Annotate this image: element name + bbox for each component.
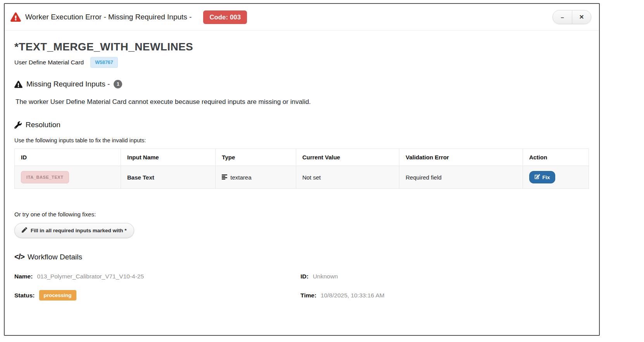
dialog-title: Worker Execution Error - Missing Require… [25,13,192,21]
workflow-time-value: 10/8/2025, 10:33:16 AM [321,292,385,299]
input-type-cell: textarea [222,174,289,181]
input-type-label: textarea [230,174,251,181]
worker-name-title: *TEXT_MERGE_WITH_NEWLINES [14,41,589,53]
invalid-inputs-table: ID Input Name Type Current Value Validat… [14,149,589,189]
missing-inputs-heading-text: Missing Required Inputs - [26,80,110,88]
missing-inputs-count-badge: 1 [114,80,122,88]
column-header-action: Action [523,149,589,166]
column-header-input-name: Input Name [121,149,215,166]
workflow-id-label: ID: [300,273,309,280]
table-row: ITA_BASE_TEXT Base Text textarea Not set… [15,166,589,189]
minimize-icon: – [561,14,564,21]
workflow-id-value: Unknown [313,273,338,280]
workflow-status-label: Status: [14,292,35,299]
column-header-validation-error: Validation Error [399,149,523,166]
error-code-badge: Code: 003 [203,10,247,24]
workflow-details-heading: </> Workflow Details [14,252,589,261]
wrench-icon [14,121,22,129]
workflow-name-label: Name: [14,273,33,280]
input-id-badge: ITA_BASE_TEXT [21,171,69,183]
error-description: The worker User Define Material Card can… [16,98,589,106]
fix-button-label: Fix [542,174,550,180]
workflow-details-grid: Name: 013_Polymer_Calibrator_V71_V10-4-2… [14,273,589,301]
column-header-current-value: Current Value [296,149,399,166]
worker-id-badge: W58767 [90,57,118,68]
missing-inputs-heading: Missing Required Inputs - 1 [14,80,589,88]
column-header-type: Type [216,149,296,166]
dialog-body: *TEXT_MERGE_WITH_NEWLINES User Define Ma… [5,31,599,301]
workflow-id-item: ID: Unknown [300,273,589,280]
warning-triangle-dark-icon [14,81,22,88]
worker-subtitle-row: User Define Material Card W58767 [14,57,589,68]
workflow-details-heading-text: Workflow Details [28,253,82,261]
table-instruction: Use the following inputs table to fix th… [14,137,589,143]
fill-required-inputs-label: Fill in all required inputs marked with … [31,228,127,233]
column-header-id: ID [15,149,121,166]
warning-triangle-icon [10,12,21,22]
workflow-time-item: Time: 10/8/2025, 10:33:16 AM [300,290,589,301]
window-controls: – ✕ [552,10,591,24]
workflow-name-value: 013_Polymer_Calibrator_V71_V10-4-25 [37,273,144,280]
close-icon: ✕ [579,14,584,21]
input-name-cell: Base Text [121,166,215,189]
fix-button[interactable]: Fix [529,171,556,183]
textarea-icon [222,174,228,181]
table-header-row: ID Input Name Type Current Value Validat… [15,149,589,166]
workflow-name-item: Name: 013_Polymer_Calibrator_V71_V10-4-2… [14,273,300,280]
workflow-status-item: Status: processing [14,290,300,301]
minimize-button[interactable]: – [553,10,572,24]
error-dialog: Worker Execution Error - Missing Require… [4,3,600,336]
validation-error-cell: Required field [399,166,523,189]
close-button[interactable]: ✕ [572,10,591,24]
fill-required-inputs-button[interactable]: Fill in all required inputs marked with … [14,223,134,238]
alt-fixes-label: Or try one of the following fixes: [14,211,589,218]
status-badge: processing [39,290,76,301]
worker-subtitle: User Define Material Card [14,59,84,66]
dialog-header: Worker Execution Error - Missing Require… [5,4,599,31]
resolution-heading: Resolution [14,121,589,129]
workflow-time-label: Time: [300,292,316,299]
pencil-icon [22,227,27,234]
edit-icon [535,174,540,180]
resolution-heading-text: Resolution [26,121,60,129]
code-icon: </> [14,252,24,261]
current-value-cell: Not set [296,166,399,189]
